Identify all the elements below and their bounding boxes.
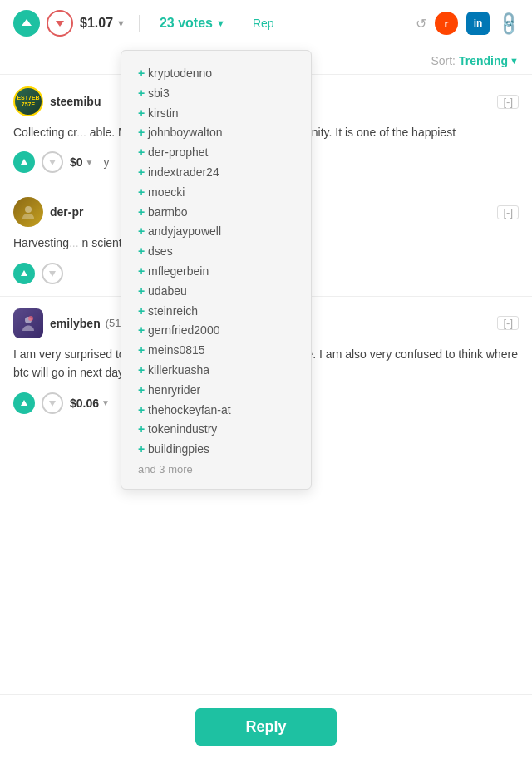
voter-item[interactable]: + udabeu [138, 282, 294, 302]
reddit-icon[interactable]: r [435, 12, 458, 35]
comment-price-3: $0.06 ▼ [70, 397, 110, 410]
bottom-reply-bar: Reply [0, 694, 532, 759]
more-voters-text: and 3 more [138, 463, 294, 476]
divider-2 [239, 15, 239, 32]
sort-caret[interactable]: ▼ [510, 56, 519, 66]
sort-value[interactable]: Trending [459, 54, 508, 67]
upvote-button[interactable] [13, 10, 40, 37]
voter-item[interactable]: + mflegerbein [138, 262, 294, 282]
sort-label: Sort: [431, 54, 456, 67]
votes-caret[interactable]: ▼ [216, 18, 225, 28]
username-steemibu[interactable]: steemibu [50, 95, 101, 108]
voter-item[interactable]: + gernfried2000 [138, 321, 294, 341]
voter-item[interactable]: + henryrider [138, 381, 294, 401]
divider [139, 15, 140, 32]
avatar-derpr [13, 197, 43, 227]
voter-item[interactable]: + tokenindustry [138, 420, 294, 440]
avatar-emilyben [13, 308, 43, 338]
voters-dropdown: + kryptodenno+ sbi3+ kirstin+ johnboywal… [121, 50, 312, 490]
comment-upvote-2[interactable] [13, 263, 35, 284]
voter-item[interactable]: + der-prophet [138, 143, 294, 163]
voter-item[interactable]: + meins0815 [138, 341, 294, 361]
reply-button[interactable]: Reply [195, 708, 336, 746]
voters-list: + kryptodenno+ sbi3+ kirstin+ johnboywal… [138, 64, 294, 460]
voter-item[interactable]: + kirstin [138, 104, 294, 124]
price-value: $1.07 [80, 16, 113, 31]
voter-item[interactable]: + moecki [138, 183, 294, 203]
comment-downvote-1[interactable] [42, 151, 63, 173]
votes-count: 23 votes [160, 16, 213, 31]
avatar-steemibu: EST7EB757E [13, 86, 43, 116]
voter-item[interactable]: + indextrader24 [138, 163, 294, 183]
comment-reply-1[interactable]: y [103, 155, 109, 169]
comment-downvote-2[interactable] [42, 263, 63, 284]
collapse-btn-1[interactable]: [-] [497, 95, 519, 109]
reply-link[interactable]: Rep [253, 17, 274, 30]
comment-price-1: $0 ▼ [70, 155, 93, 169]
comment-upvote-3[interactable] [13, 392, 35, 414]
action-icons: ↺ r in 🔗 [416, 12, 519, 35]
voter-item[interactable]: + thehockeyfan-at [138, 401, 294, 421]
voter-item[interactable]: + johnboywalton [138, 123, 294, 143]
share-icon[interactable]: ↺ [416, 16, 426, 32]
link-icon[interactable]: 🔗 [494, 9, 523, 38]
voter-item[interactable]: + barmbo [138, 203, 294, 223]
voter-item[interactable]: + andyjaypowell [138, 222, 294, 242]
svg-point-2 [28, 316, 33, 321]
username-derpr[interactable]: der-pr [50, 205, 83, 219]
svg-point-0 [25, 206, 32, 213]
voter-item[interactable]: + kryptodenno [138, 64, 294, 84]
collapse-btn-3[interactable]: [-] [497, 316, 519, 330]
username-emilyben[interactable]: emilyben [50, 317, 101, 330]
top-bar: $1.07 ▼ 23 votes ▼ Rep ↺ r in 🔗 [0, 0, 532, 47]
voter-item[interactable]: + steinreich [138, 302, 294, 322]
comment-upvote-1[interactable] [13, 151, 35, 173]
voter-item[interactable]: + killerkuasha [138, 361, 294, 381]
linkedin-icon[interactable]: in [466, 12, 490, 35]
collapse-btn-2[interactable]: [-] [497, 205, 519, 219]
voter-item[interactable]: + buildingpies [138, 440, 294, 460]
voter-item[interactable]: + dses [138, 242, 294, 262]
voter-item[interactable]: + sbi3 [138, 84, 294, 104]
price-caret[interactable]: ▼ [116, 18, 126, 28]
price-display: $1.07 ▼ [80, 16, 126, 31]
comment-downvote-3[interactable] [42, 392, 63, 414]
votes-display: 23 votes ▼ [160, 16, 225, 31]
downvote-button[interactable] [47, 10, 73, 37]
